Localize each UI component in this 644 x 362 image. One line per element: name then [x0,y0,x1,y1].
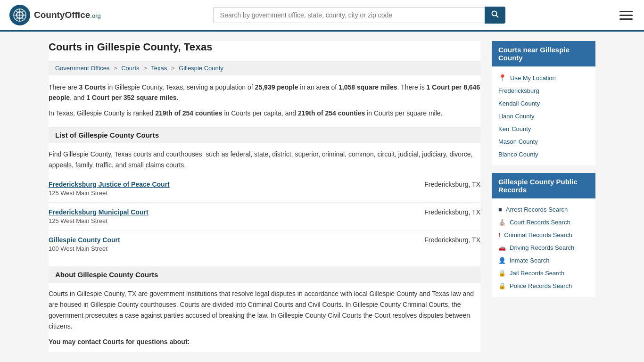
menu-button[interactable] [618,9,635,22]
court-item-2: Fredericksburg Municipal Court 125 West … [49,203,480,230]
sidebar-jail-records[interactable]: 🔒 Jail Records Search [492,267,595,280]
arrest-icon: ■ [498,206,502,213]
search-button[interactable] [485,7,505,24]
court-link-2[interactable]: Fredericksburg Municipal Court [49,208,149,216]
content-area: Courts in Gillespie County, Texas Govern… [49,41,480,352]
logo-area: CountyOffice.org [9,5,101,25]
court-row-1: Fredericksburg Justice of Peace Court 12… [49,181,480,197]
svg-point-4 [492,11,496,16]
search-area [213,7,505,24]
about-section-header: About Gillespie County Courts [49,266,480,283]
criminal-icon: ! [498,231,500,239]
search-input[interactable] [213,7,485,23]
about-para1: Courts in Gillespie County, TX are gover… [49,288,480,332]
court-name-3: Gillespie County Court 100 West Main Str… [49,236,120,252]
breadcrumb-sep2: > [143,65,149,72]
court-row-3: Gillespie County Court 100 West Main Str… [49,236,480,252]
court-link-1[interactable]: Fredericksburg Justice of Peace Court [49,181,170,188]
svg-line-5 [496,16,498,18]
jail-icon: 🔒 [498,270,506,277]
stats-para2: In Texas, Gillespie County is ranked 219… [49,108,480,118]
court-item-3: Gillespie County Court 100 West Main Str… [49,230,480,258]
menu-icon-line3 [619,18,633,20]
breadcrumb-government-offices[interactable]: Government Offices [55,65,109,72]
location-icon: 📍 [498,74,506,82]
sidebar-link-blanco[interactable]: Blanco County [492,148,595,161]
sidebar: Courts near Gillespie County 📍 Use My Lo… [492,41,595,352]
police-icon: 🔒 [498,282,506,289]
sidebar-use-location-label: Use My Location [510,74,556,82]
list-section-desc: Find Gillespie County, Texas courts and … [49,149,480,170]
inmate-icon: 👤 [498,257,506,264]
about-para2-label: You may contact Courts for questions abo… [49,337,480,347]
sidebar-driving-records[interactable]: 🚗 Driving Records Search [492,241,595,254]
sidebar-link-fredericksburg[interactable]: Fredericksburg [492,84,595,97]
menu-icon-line2 [619,15,633,16]
sidebar-criminal-records[interactable]: ! Criminal Records Search [492,229,595,241]
court-name-1: Fredericksburg Justice of Peace Court 12… [49,181,170,197]
sidebar-nearby-body: 📍 Use My Location Fredericksburg Kendall… [492,66,595,165]
court-name-2: Fredericksburg Municipal Court 125 West … [49,208,149,224]
sidebar-link-mason[interactable]: Mason County [492,135,595,148]
menu-icon-line1 [619,11,633,12]
sidebar-inmate-search[interactable]: 👤 Inmate Search [492,254,595,267]
sidebar-police-records[interactable]: 🔒 Police Records Search [492,280,595,292]
sidebar-records-title: Gillespie County Public Records [492,173,595,198]
sidebar-court-records[interactable]: ⛪ Court Records Search [492,216,595,229]
header: CountyOffice.org [0,0,644,32]
sidebar-link-llano[interactable]: Llano County [492,110,595,123]
stats-para1: There are 3 Courts in Gillespie County, … [49,82,480,103]
logo-text: CountyOffice.org [34,10,101,20]
main-layout: Courts in Gillespie County, Texas Govern… [39,32,605,362]
breadcrumb-texas[interactable]: Texas [151,65,167,72]
sidebar-records: Gillespie County Public Records ■ Arrest… [492,173,595,297]
court-icon: ⛪ [498,219,506,226]
driving-icon: 🚗 [498,244,506,251]
page-title: Courts in Gillespie County, Texas [49,41,480,53]
breadcrumb-sep3: > [171,65,176,72]
logo-icon [9,5,30,25]
breadcrumb-gillespie[interactable]: Gillespie County [179,65,223,72]
court-address-2: 125 West Main Street [49,217,149,224]
sidebar-arrest-records[interactable]: ■ Arrest Records Search [492,203,595,216]
court-list: Fredericksburg Justice of Peace Court 12… [49,175,480,258]
breadcrumb-sep1: > [114,65,119,72]
court-city-1: Fredericksburg, TX [424,181,480,188]
about-contact-label: You may contact Courts for questions abo… [49,338,190,346]
court-item-1: Fredericksburg Justice of Peace Court 12… [49,175,480,203]
court-city-3: Fredericksburg, TX [424,236,480,244]
list-section-header: List of Gillespie County Courts [49,127,480,143]
court-row-2: Fredericksburg Municipal Court 125 West … [49,208,480,224]
court-city-2: Fredericksburg, TX [424,208,480,216]
court-link-3[interactable]: Gillespie County Court [49,236,120,244]
sidebar-records-body: ■ Arrest Records Search ⛪ Court Records … [492,198,595,297]
breadcrumb-courts[interactable]: Courts [121,65,139,72]
court-address-3: 100 West Main Street [49,245,120,252]
sidebar-use-location[interactable]: 📍 Use My Location [492,71,595,84]
breadcrumb: Government Offices > Courts > Texas > Gi… [49,61,480,75]
sidebar-nearby-title: Courts near Gillespie County [492,41,595,66]
court-address-1: 125 West Main Street [49,189,170,197]
sidebar-link-kendall[interactable]: Kendall County [492,97,595,110]
sidebar-nearby: Courts near Gillespie County 📍 Use My Lo… [492,41,595,165]
sidebar-link-kerr[interactable]: Kerr County [492,123,595,135]
